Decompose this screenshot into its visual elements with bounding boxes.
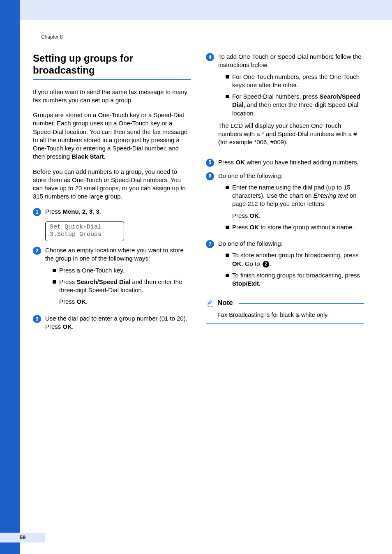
inline-bold: Stop/Exit.	[232, 280, 261, 287]
text: To add One-Touch or Speed-Dial numbers f…	[218, 53, 362, 68]
step-number-icon: 1	[33, 208, 41, 216]
text: to store the group without a name.	[259, 224, 354, 231]
lcd-display: Set Quick-Dial 3.Setup Groups	[45, 221, 124, 242]
bullet-item: To store another group for broadcasting,…	[226, 251, 364, 268]
text: For Speed-Dial numbers, press	[232, 93, 320, 100]
section-title: Setting up groups for broadcasting	[33, 53, 191, 76]
text: For One-Touch numbers, press the One-Tou…	[232, 73, 364, 90]
inline-italic: Entering text	[314, 192, 348, 199]
text: .	[259, 212, 261, 219]
text: To store another group for broadcasting,…	[232, 251, 364, 268]
step-6: 6 Do one of the following: Enter the nam…	[206, 172, 364, 235]
step-number-icon: 4	[206, 53, 214, 61]
bullet-list: For One-Touch numbers, press the One-Tou…	[221, 73, 364, 118]
text: .	[99, 208, 101, 215]
text: To finish storing groups for broadcastin…	[232, 271, 364, 288]
text: Do one of the following:	[218, 240, 283, 247]
left-accent-bar	[0, 0, 20, 554]
inline-bold: Black Start	[71, 153, 104, 160]
step-4: 4 To add One-Touch or Speed-Dial numbers…	[206, 53, 364, 153]
page: Chapter 8 Setting up groups for broadcas…	[0, 0, 392, 554]
text: when you have finished adding numbers.	[245, 159, 359, 166]
text: Press	[232, 224, 250, 231]
note-block: Note Fax Broadcasting is for black & whi…	[206, 298, 364, 324]
text: . Go to	[242, 260, 262, 267]
step-number-icon: 2	[33, 247, 41, 255]
text: Press	[59, 298, 77, 305]
square-bullet-icon	[226, 274, 229, 277]
square-bullet-icon	[226, 95, 229, 98]
title-underline	[33, 79, 191, 80]
text: ,	[85, 208, 89, 215]
text: For Speed-Dial numbers, press Search/Spe…	[232, 92, 364, 118]
text: To store another group for broadcasting,…	[232, 252, 359, 259]
step-body: Press Menu, 2, 3, 3.	[45, 208, 191, 216]
bullet-item: To finish storing groups for broadcastin…	[226, 271, 364, 288]
text: Press a One-Touch key.	[59, 266, 125, 275]
inline-bold: Search/Speed Dial	[77, 278, 131, 285]
square-bullet-icon	[226, 226, 229, 229]
text: Choose an empty location where you want …	[45, 247, 184, 262]
intro-paragraph-1: If you often want to send the same fax m…	[33, 88, 191, 105]
bullet-item: For Speed-Dial numbers, press Search/Spe…	[226, 92, 364, 118]
page-number-box: 58	[0, 533, 45, 542]
text: .	[86, 298, 88, 305]
step-number-icon: 5	[206, 159, 214, 167]
text: Press Search/Speed Dial and then enter t…	[59, 278, 191, 306]
lcd-line: Set Quick-Dial	[50, 224, 101, 231]
text: Press	[232, 212, 250, 219]
inline-bold: 3	[89, 208, 92, 215]
inline-bold: OK	[250, 224, 259, 231]
text: Press OK to store the group without a na…	[232, 223, 354, 231]
note-title: Note	[217, 298, 233, 308]
text: Press	[218, 159, 236, 166]
inline-bold: OK	[77, 298, 86, 305]
step-body: Do one of the following: Enter the name …	[218, 172, 364, 235]
step-body: Choose an empty location where you want …	[45, 246, 191, 309]
text: The LCD will display your chosen One-Tou…	[218, 122, 364, 147]
bullet-item: Press Search/Speed Dial and then enter t…	[53, 278, 191, 306]
page-number: 58	[20, 534, 25, 541]
lcd-line: 3.Setup Groups	[50, 231, 101, 238]
note-icon	[206, 299, 214, 307]
step-2: 2 Choose an empty location where you wan…	[33, 246, 191, 309]
square-bullet-icon	[226, 254, 229, 257]
text: .	[104, 153, 106, 160]
step-3: 3 Use the dial pad to enter a group numb…	[33, 314, 191, 331]
step-reference-icon: 2	[263, 261, 269, 268]
inline-bold: Menu	[63, 208, 79, 215]
step-7: 7 Do one of the following: To store anot…	[206, 240, 364, 291]
text: , and then enter the three-digit Speed-D…	[232, 101, 358, 116]
step-body: To add One-Touch or Speed-Dial numbers f…	[218, 53, 364, 153]
inline-bold: 3	[96, 208, 99, 215]
text: Press	[45, 323, 63, 330]
inline-bold: OK	[232, 260, 242, 267]
square-bullet-icon	[53, 280, 56, 284]
bullet-list: Enter the name using the dial pad (up to…	[221, 183, 364, 231]
text: Do one of the following:	[218, 172, 283, 179]
square-bullet-icon	[53, 269, 56, 272]
text: To finish storing groups for broadcastin…	[232, 272, 360, 279]
note-rule-bottom	[206, 323, 364, 324]
left-column: Setting up groups for broadcasting If yo…	[33, 53, 191, 336]
right-column: 4 To add One-Touch or Speed-Dial numbers…	[206, 53, 364, 336]
text: Groups are stored on a One-Touch key or …	[33, 111, 187, 160]
chapter-label: Chapter 8	[41, 34, 63, 40]
step-number-icon: 3	[33, 315, 41, 323]
text: Press OK.	[232, 212, 364, 220]
bullet-item: For One-Touch numbers, press the One-Tou…	[226, 73, 364, 90]
text: .	[270, 260, 272, 267]
intro-paragraph-2: Groups are stored on a One-Touch key or …	[33, 111, 191, 161]
step-number-icon: 6	[206, 172, 214, 180]
step-number-icon: 7	[206, 240, 214, 248]
step-body: Use the dial pad to enter a group number…	[45, 314, 191, 331]
text: Press OK.	[59, 298, 191, 306]
intro-paragraph-3: Before you can add numbers to a group, y…	[33, 168, 191, 201]
header-band	[20, 0, 392, 20]
text: .	[72, 323, 74, 330]
step-5: 5 Press OK when you have finished adding…	[206, 158, 364, 167]
square-bullet-icon	[226, 186, 229, 189]
bullet-list: Press a One-Touch key. Press Search/Spee…	[48, 266, 191, 306]
inline-bold: OK	[250, 212, 259, 219]
text: Use the dial pad to enter a group number…	[45, 315, 187, 322]
